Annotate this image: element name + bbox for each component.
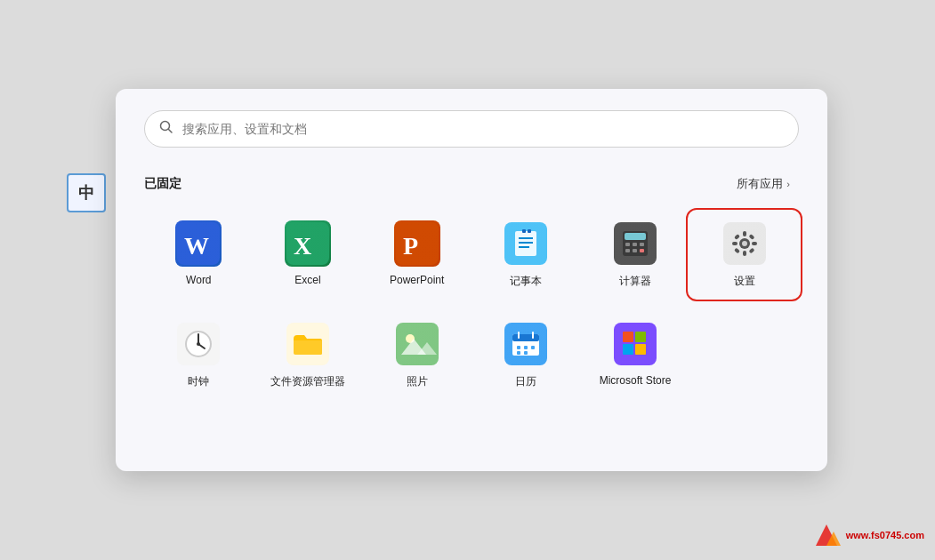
svg-rect-57 — [635, 332, 646, 342]
ime-indicator[interactable]: 中 — [67, 173, 106, 212]
svg-rect-29 — [732, 242, 738, 245]
svg-rect-54 — [524, 351, 528, 355]
section-header: 已固定 所有应用 › — [144, 172, 799, 196]
app-calendar[interactable]: 日历 — [472, 312, 581, 398]
svg-rect-51 — [524, 346, 528, 349]
apps-grid: W Word X Excel — [144, 212, 799, 298]
app-excel[interactable]: X Excel — [254, 212, 363, 298]
calendar-icon — [503, 321, 549, 367]
explorer-icon — [285, 321, 331, 367]
svg-point-39 — [197, 342, 200, 346]
svg-rect-52 — [531, 346, 535, 349]
app-settings[interactable]: 设置 — [689, 212, 799, 298]
svg-rect-59 — [635, 344, 646, 355]
svg-rect-22 — [633, 249, 637, 252]
notepad-icon — [503, 220, 549, 267]
notepad-label: 记事本 — [510, 274, 542, 289]
excel-label: Excel — [294, 274, 320, 286]
app-calculator[interactable]: 计算器 — [581, 212, 690, 298]
svg-point-26 — [742, 241, 747, 246]
clock-label: 时钟 — [188, 374, 209, 389]
svg-rect-55 — [614, 323, 657, 365]
svg-rect-47 — [512, 334, 539, 341]
svg-rect-23 — [640, 249, 644, 252]
photos-label: 照片 — [407, 374, 428, 389]
photos-icon — [394, 321, 440, 367]
svg-line-1 — [169, 130, 173, 133]
search-bar[interactable] — [144, 110, 799, 148]
svg-rect-28 — [743, 251, 746, 256]
svg-rect-21 — [625, 249, 630, 252]
pinned-section-title: 已固定 — [144, 176, 181, 192]
app-photos[interactable]: 照片 — [362, 312, 472, 398]
calculator-label: 计算器 — [619, 274, 651, 289]
svg-rect-20 — [640, 243, 644, 246]
store-icon — [612, 321, 658, 367]
all-apps-button[interactable]: 所有应用 › — [728, 172, 799, 196]
settings-label: 设置 — [734, 274, 755, 289]
calculator-icon — [612, 220, 658, 267]
app-explorer[interactable]: 文件资源管理器 — [254, 312, 363, 398]
explorer-label: 文件资源管理器 — [270, 374, 345, 389]
calendar-label: 日历 — [515, 374, 536, 389]
svg-rect-53 — [517, 351, 520, 355]
start-menu: 已固定 所有应用 › W Word — [116, 89, 827, 471]
app-powerpoint[interactable]: P PowerPoint — [362, 212, 472, 298]
app-store[interactable]: Microsoft Store — [581, 312, 690, 398]
svg-rect-56 — [623, 332, 633, 342]
svg-rect-14 — [528, 229, 531, 233]
powerpoint-label: PowerPoint — [390, 274, 444, 286]
svg-rect-19 — [633, 243, 637, 246]
word-icon: W — [175, 220, 222, 267]
all-apps-label: 所有应用 — [737, 176, 783, 192]
watermark-logo-icon — [812, 521, 841, 549]
word-label: Word — [186, 274, 211, 286]
watermark: www.fs0745.com — [812, 521, 924, 549]
powerpoint-icon: P — [394, 220, 440, 267]
svg-text:W: W — [184, 232, 209, 260]
svg-rect-13 — [522, 229, 526, 233]
watermark-text: www.fs0745.com — [846, 530, 924, 540]
svg-rect-17 — [625, 233, 646, 240]
svg-rect-58 — [623, 344, 633, 355]
svg-rect-50 — [517, 346, 520, 349]
ime-label: 中 — [78, 182, 94, 204]
svg-rect-27 — [743, 231, 746, 236]
svg-text:P: P — [403, 232, 418, 260]
svg-rect-18 — [625, 243, 630, 246]
settings-icon — [721, 220, 768, 267]
excel-icon: X — [285, 220, 331, 267]
app-word[interactable]: W Word — [144, 212, 254, 298]
svg-text:X: X — [294, 232, 311, 260]
search-icon — [159, 120, 173, 138]
chevron-right-icon: › — [786, 179, 790, 189]
svg-rect-30 — [752, 242, 757, 245]
clock-icon — [175, 321, 222, 367]
search-input[interactable] — [182, 122, 784, 136]
apps-grid-row2: 时钟 文件资源管理器 — [144, 312, 799, 398]
app-notepad[interactable]: 记事本 — [472, 212, 581, 298]
store-label: Microsoft Store — [600, 374, 672, 387]
app-clock[interactable]: 时钟 — [144, 312, 254, 398]
